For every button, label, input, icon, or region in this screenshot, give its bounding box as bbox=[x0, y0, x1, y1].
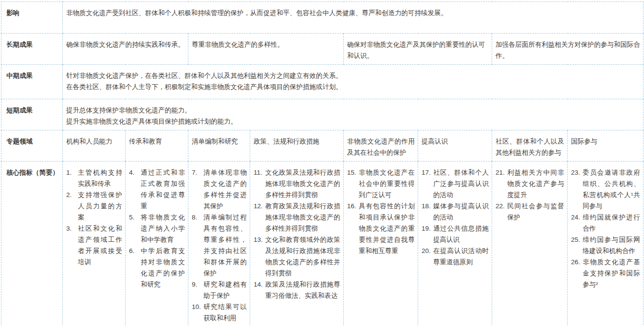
indicator-number: 17. bbox=[422, 167, 433, 200]
indicator-text: 清单编制过程具有包容性、尊重多样性，并支持由社区和群体开展的保护 bbox=[203, 212, 247, 279]
indicator-list-transmission-education: 4.通过正式和非正式教育加强传承和促进尊重5.将非物质文化遗产纳入小学和中学教育… bbox=[126, 162, 188, 326]
indicator-text: 教育政策及法规和行政措施体现非物质文化遗产的多样性并得到贯彻 bbox=[265, 200, 340, 234]
row-label-short-term: 短期成果 bbox=[1, 99, 63, 130]
indicator-list-awareness-raising: 17.社区、群体和个人广泛参与提高认识的活动18.媒体参与提高认识的活动19.通… bbox=[418, 162, 492, 326]
row-label-mid-term: 中期成果 bbox=[1, 65, 63, 99]
indicator-number: 6. bbox=[129, 245, 141, 290]
indicator-number: 12. bbox=[254, 200, 265, 234]
row-short-term: 短期成果 提升总体支持保护非物质文化遗产的能力。 提升实施非物质文化遗产具体项目… bbox=[1, 99, 644, 130]
thematic-area-institutional-capacities: 机构和人员能力 bbox=[63, 130, 126, 162]
indicator-number: 3. bbox=[66, 223, 78, 268]
mid-term-line-2: 在各类社区、群体和个人主导下，积极制定和实施非物质文化遗产具体项目的保护措施或计… bbox=[66, 81, 640, 92]
indicator-item: 24.缔约国就保护进行合作 bbox=[571, 212, 640, 234]
indicator-text: 具有包容性的计划和项目承认保护非物质文化遗产的重要性并促进自我尊重和相互尊重 bbox=[359, 200, 415, 256]
mid-term-line-1: 针对非物质文化遗产保护，在各类社区、群体和个人以及其他利益相关方之间建立有效的关… bbox=[66, 70, 640, 81]
indicator-number: 26. bbox=[571, 256, 583, 290]
thematic-area-stakeholder-engagement: 社区、群体和个人以及其他利益相关方的参与 bbox=[492, 130, 568, 162]
indicator-number: 14. bbox=[254, 279, 265, 301]
thematic-area-awareness-raising: 提高认识 bbox=[418, 130, 492, 162]
long-term-cell-1: 确保非物质文化遗产的持续实践和传承。 bbox=[63, 34, 188, 65]
long-term-cell-2: 尊重非物质文化遗产的多样性。 bbox=[188, 34, 344, 65]
row-label-impact: 影响 bbox=[1, 2, 63, 34]
short-term-cell: 提升总体支持保护非物质文化遗产的能力。 提升实施非物质文化遗产具体项目保护措施或… bbox=[63, 99, 644, 130]
thematic-area-international-engagement: 国际参与 bbox=[568, 130, 644, 162]
indicator-item: 23.委员会邀请非政府组织、公共机构、私营机构或个人¹共同参与 bbox=[571, 167, 640, 212]
indicator-list-inventorying-research: 7.清单体现非物质文化遗产的多样性并促进其保护8.清单编制过程具有包容性、尊重多… bbox=[188, 162, 250, 326]
thematic-area-role-in-society: 非物质文化遗产的作用及其在社会中的保护 bbox=[344, 130, 418, 162]
indicator-item: 9.研究和建档有助于保护 bbox=[192, 279, 247, 301]
row-thematic-areas: 专题领域 机构和人员能力 传承和教育 清单编制和研究 政策、法规和行政措施 非物… bbox=[1, 130, 644, 162]
indicator-item: 25.缔约国参与国际网络建设和机构合作 bbox=[571, 234, 640, 256]
thematic-area-policies-measures: 政策、法规和行政措施 bbox=[250, 130, 344, 162]
indicator-item: 7.清单体现非物质文化遗产的多样性并促进其保护 bbox=[192, 167, 247, 212]
indicator-item: 13.文化和教育领域外的政策及法规和行政措施体现非物质文化遗产的多样性并得到贯彻 bbox=[254, 234, 340, 279]
long-term-cell-3: 确保对非物质文化遗产及其保护的重要性的认可和认识。 bbox=[344, 34, 492, 65]
indicator-text: 将非物质文化遗产纳入小学和中学教育 bbox=[141, 212, 185, 245]
indicator-number: 25. bbox=[571, 234, 583, 256]
results-framework-table: 影响 非物质文化遗产受到社区、群体和个人积极和持续管理的保护，从而促进和平、包容… bbox=[1, 1, 644, 326]
mid-term-cell: 针对非物质文化遗产保护，在各类社区、群体和个人以及其他利益相关方之间建立有效的关… bbox=[63, 65, 644, 99]
indicator-text: 通过正式和非正式教育加强传承和促进尊重 bbox=[141, 167, 185, 212]
indicator-item: 19.通过公共信息措施提高认识 bbox=[422, 223, 489, 245]
indicator-text: 支持增强保护人员力量的方案 bbox=[78, 189, 122, 223]
row-label-indicators: 核心指标（简要） bbox=[1, 162, 63, 326]
indicator-item: 26.非物质文化遗产基金支持保护和国际参与² bbox=[571, 256, 640, 290]
indicator-number: 9. bbox=[192, 279, 203, 301]
indicator-number: 23. bbox=[571, 167, 583, 212]
indicator-number: 5. bbox=[129, 212, 141, 245]
indicator-list-role-in-society: 15.非物质文化遗产在社会中的重要性得到广泛认可16.具有包容性的计划和项目承认… bbox=[344, 162, 418, 326]
indicator-text: 文化和教育领域外的政策及法规和行政措施体现非物质文化遗产的多样性并得到贯彻 bbox=[265, 234, 340, 279]
indicator-text: 利益相关方中间非物质文化遗产参与度提升 bbox=[507, 167, 564, 200]
row-label-thematic: 专题领域 bbox=[1, 130, 63, 162]
indicator-number: 4. bbox=[129, 167, 141, 212]
indicator-text: 委员会邀请非政府组织、公共机构、私营机构或个人¹共同参与 bbox=[583, 167, 640, 212]
indicator-item: 2.支持增强保护人员力量的方案 bbox=[66, 189, 122, 223]
indicator-item: 16.具有包容性的计划和项目承认保护非物质文化遗产的重要性并促进自我尊重和相互尊… bbox=[347, 200, 415, 256]
indicator-text: 非物质文化遗产基金支持保护和国际参与² bbox=[583, 256, 640, 290]
indicator-item: 12.教育政策及法规和行政措施体现非物质文化遗产的多样性并得到贯彻 bbox=[254, 200, 340, 234]
indicator-text: 主管机构支持实践和传承 bbox=[78, 167, 122, 189]
indicator-item: 21.利益相关方中间非物质文化遗产参与度提升 bbox=[496, 167, 564, 200]
indicator-number: 15. bbox=[347, 167, 359, 200]
indicator-number: 7. bbox=[192, 167, 203, 212]
row-core-indicators: 核心指标（简要） 1.主管机构支持实践和传承2.支持增强保护人员力量的方案3.社… bbox=[1, 162, 644, 326]
row-impact: 影响 非物质文化遗产受到社区、群体和个人积极和持续管理的保护，从而促进和平、包容… bbox=[1, 2, 644, 34]
indicator-number: 21. bbox=[496, 167, 507, 200]
indicator-number: 8. bbox=[192, 212, 203, 279]
indicator-text: 中学后教育支持对非物质文化遗产的保护和研究 bbox=[141, 245, 185, 290]
short-term-line-1: 提升总体支持保护非物质文化遗产的能力。 bbox=[66, 105, 640, 116]
indicator-number: 19. bbox=[422, 223, 433, 245]
indicator-number: 24. bbox=[571, 212, 583, 234]
indicator-text: 研究结果可以获取和利用 bbox=[203, 301, 247, 324]
indicator-text: 清单体现非物质文化遗产的多样性并促进其保护 bbox=[203, 167, 247, 212]
indicator-number: 16. bbox=[347, 200, 359, 256]
indicator-item: 14.政策及法规和行政措施尊重习俗做法、实践和表达 bbox=[254, 279, 340, 301]
short-term-line-2: 提升实施非物质文化遗产具体项目保护措施或计划的能力。 bbox=[66, 116, 640, 127]
indicator-number: 2. bbox=[66, 189, 78, 223]
indicator-item: 10.研究结果可以获取和利用 bbox=[192, 301, 247, 324]
indicator-text: 文化政策及法规和行政措施体现非物质文化遗产的多样性并得到贯彻 bbox=[265, 167, 340, 200]
indicator-text: 在提高认识活动时尊重道德原则 bbox=[433, 245, 489, 268]
indicator-item: 18.媒体参与提高认识的活动 bbox=[422, 200, 489, 223]
thematic-area-transmission-education: 传承和教育 bbox=[126, 130, 188, 162]
indicator-item: 3.社区和文化和遗产领域工作者开展或接受培训 bbox=[66, 223, 122, 268]
indicator-number: 20. bbox=[422, 245, 433, 268]
indicator-text: 缔约国参与国际网络建设和机构合作 bbox=[583, 234, 640, 256]
indicator-text: 研究和建档有助于保护 bbox=[203, 279, 247, 301]
indicator-number: 11. bbox=[254, 167, 265, 200]
indicator-list-international-engagement: 23.委员会邀请非政府组织、公共机构、私营机构或个人¹共同参与24.缔约国就保护… bbox=[568, 162, 644, 326]
indicator-text: 社区、群体和个人广泛参与提高认识的活动 bbox=[433, 167, 489, 200]
indicator-item: 22.民间社会参与监督保护 bbox=[496, 200, 564, 223]
indicator-item: 5.将非物质文化遗产纳入小学和中学教育 bbox=[129, 212, 185, 245]
indicator-item: 15.非物质文化遗产在社会中的重要性得到广泛认可 bbox=[347, 167, 415, 200]
row-label-long-term: 长期成果 bbox=[1, 34, 63, 65]
indicator-text: 通过公共信息措施提高认识 bbox=[433, 223, 489, 245]
row-mid-term: 中期成果 针对非物质文化遗产保护，在各类社区、群体和个人以及其他利益相关方之间建… bbox=[1, 65, 644, 99]
indicator-list-policies-measures: 11.文化政策及法规和行政措施体现非物质文化遗产的多样性并得到贯彻12.教育政策… bbox=[250, 162, 344, 326]
indicator-list-institutional-capacities: 1.主管机构支持实践和传承2.支持增强保护人员力量的方案3.社区和文化和遗产领域… bbox=[63, 162, 126, 326]
indicator-number: 18. bbox=[422, 200, 433, 223]
indicator-item: 6.中学后教育支持对非物质文化遗产的保护和研究 bbox=[129, 245, 185, 290]
indicator-text: 民间社会参与监督保护 bbox=[507, 200, 564, 223]
indicator-list-stakeholder-engagement: 21.利益相关方中间非物质文化遗产参与度提升22.民间社会参与监督保护 bbox=[492, 162, 568, 326]
long-term-cell-4: 加强各层面所有利益相关方对保护的参与和国际合作。 bbox=[492, 34, 644, 65]
